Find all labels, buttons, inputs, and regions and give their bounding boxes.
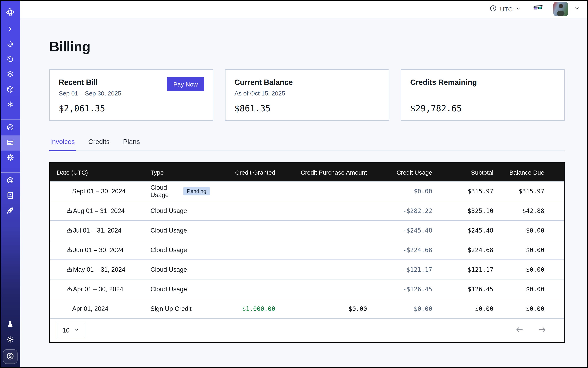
summary-cards: Recent Bill Sep 01 – Sep 30, 2025 $2,061…	[49, 69, 565, 121]
invoice-date-cell: Jul 01 – 31, 2024	[57, 227, 150, 234]
sun-icon	[6, 335, 14, 345]
pagination-arrows	[515, 325, 547, 335]
sidebar-item-getting-started[interactable]	[0, 203, 20, 219]
download-icon	[66, 207, 73, 214]
pay-now-button[interactable]: Pay Now	[167, 77, 204, 91]
feedback-glasses-button[interactable]	[533, 3, 543, 15]
download-invoice-button[interactable]	[62, 227, 69, 234]
subtotal-value: $126.45	[432, 285, 493, 293]
balance-due-value: $0.00	[493, 227, 544, 234]
download-invoice-button[interactable]	[62, 246, 69, 254]
download-icon	[66, 266, 73, 273]
col-header-subtotal: Subtotal	[432, 169, 493, 176]
invoice-type: Sign Up Credit	[150, 305, 192, 312]
previous-page-button[interactable]	[515, 325, 524, 335]
download-invoice-button[interactable]	[62, 266, 69, 273]
invoice-type: Cloud Usage	[150, 266, 187, 273]
sidebar-item-usage[interactable]	[0, 120, 20, 136]
download-icon	[66, 227, 73, 234]
subtotal-value: $245.48	[432, 227, 493, 234]
sidebar-item-functions[interactable]	[0, 98, 20, 113]
tab-credits[interactable]: Credits	[88, 138, 110, 151]
col-header-date: Date (UTC)	[57, 169, 150, 176]
sidebar-divider	[0, 172, 20, 173]
sidebar-item-tracing[interactable]	[0, 37, 20, 52]
sidebar-item-billing[interactable]	[0, 136, 20, 151]
credit-card-icon	[6, 138, 14, 148]
subtotal-value: $315.97	[432, 187, 493, 195]
arrow-right-icon	[538, 325, 547, 335]
page-size-select[interactable]: 10	[57, 322, 85, 338]
app-window: UTC Billing	[0, 0, 588, 368]
app-logo[interactable]	[0, 4, 20, 22]
table-row: Apr 01 – 30, 2024 Cloud Usage -$126.45 $…	[50, 279, 564, 299]
credit-usage-value: -$121.17	[367, 266, 432, 273]
table-pagination: 10	[50, 318, 564, 342]
sidebar-item-settings[interactable]	[0, 151, 20, 166]
sidebar-credits-button[interactable]	[3, 349, 18, 364]
credits-remaining-amount: $29,782.65	[410, 104, 555, 113]
col-header-credit-usage: Credit Usage	[367, 169, 432, 176]
balance-due-value: $0.00	[493, 305, 544, 312]
sidebar-item-expand[interactable]	[0, 22, 20, 37]
arrow-left-icon	[515, 325, 524, 335]
sidebar-item-theme[interactable]	[0, 332, 20, 348]
credit-granted-value: $1,000.00	[210, 305, 275, 312]
timezone-selector[interactable]: UTC	[489, 4, 521, 13]
invoice-type: Cloud Usage	[150, 246, 187, 254]
invoices-table: Date (UTC) Type Credit Granted Credit Pu…	[49, 162, 565, 343]
invoice-date: Sept 01 – 30, 2024	[72, 187, 126, 195]
rocket-icon	[6, 206, 14, 216]
download-invoice-button[interactable]	[62, 285, 69, 293]
invoice-type: Cloud Usage	[150, 207, 187, 214]
table-row: Apr 01, 2024 Sign Up Credit $1,000.00 $0…	[50, 299, 564, 318]
credit-usage-value: -$282.22	[367, 207, 432, 214]
asterisk-icon	[6, 100, 14, 110]
page-size-value: 10	[62, 327, 70, 334]
lifebuoy-icon	[6, 176, 14, 186]
card-title: Credits Remaining	[410, 78, 555, 87]
credit-usage-value: -$126.45	[367, 285, 432, 293]
col-header-credit-granted: Credit Granted	[210, 169, 275, 176]
invoice-date-cell: Apr 01 – 30, 2024	[57, 285, 150, 293]
spiral-icon	[6, 40, 14, 50]
sidebar-item-layers[interactable]	[0, 67, 20, 83]
recent-bill-card: Recent Bill Sep 01 – Sep 30, 2025 $2,061…	[49, 69, 213, 121]
table-row: Sept 01 – 30, 2024 Cloud Usage Pending $…	[50, 181, 564, 201]
main-column: UTC Billing	[20, 0, 588, 368]
col-header-credit-purchase: Credit Purchase Amount	[275, 169, 367, 176]
invoice-type-cell: Cloud Usage	[150, 207, 210, 214]
credit-purchase-value: $0.00	[275, 305, 367, 312]
tab-plans[interactable]: Plans	[122, 138, 141, 151]
invoice-type-cell: Cloud Usage	[150, 266, 210, 273]
user-avatar[interactable]	[553, 2, 568, 16]
sidebar-item-labs[interactable]	[0, 317, 20, 332]
sidebar-item-support[interactable]	[0, 173, 20, 188]
next-page-button[interactable]	[538, 325, 547, 335]
sidebar-divider	[0, 119, 20, 120]
gear-icon	[6, 153, 14, 163]
sidebar-item-docs[interactable]	[0, 188, 20, 203]
billing-tabs: Invoices Credits Plans	[49, 138, 565, 151]
current-balance-amount: $861.35	[235, 104, 380, 113]
download-invoice-button[interactable]	[62, 207, 69, 214]
download-icon	[66, 246, 73, 254]
invoice-date: Aug 01 – 31, 2024	[73, 207, 125, 214]
subtotal-value: $325.10	[432, 207, 493, 214]
sidebar-item-containers[interactable]	[0, 83, 20, 98]
tab-invoices[interactable]: Invoices	[49, 138, 76, 151]
chevron-down-icon	[74, 327, 80, 334]
sidebar-item-history[interactable]	[0, 52, 20, 67]
subtotal-value: $121.17	[432, 266, 493, 273]
3d-glasses-icon	[533, 3, 543, 15]
col-header-balance-due: Balance Due	[493, 169, 544, 176]
logo-orbit-icon	[5, 7, 15, 19]
balance-due-value: $0.00	[493, 246, 544, 254]
sidebar	[0, 0, 20, 368]
chevron-down-icon[interactable]	[574, 5, 580, 13]
sidebar-spacer	[0, 219, 20, 317]
table-row: May 01 – 31, 2024 Cloud Usage -$121.17 $…	[50, 259, 564, 279]
billing-page: Billing Recent Bill Sep 01 – Sep 30, 202…	[20, 18, 588, 368]
layers-icon	[6, 70, 14, 80]
balance-due-value: $315.97	[493, 187, 544, 195]
